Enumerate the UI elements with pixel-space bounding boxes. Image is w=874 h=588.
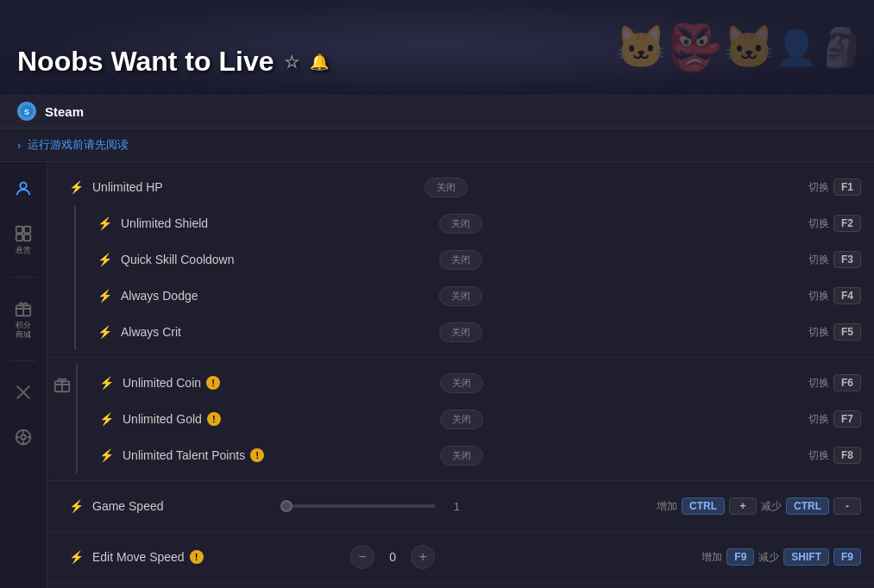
toggle-btn-quick-skill[interactable]: 关闭 — [439, 250, 482, 270]
move-speed-decrease-btn[interactable]: − — [350, 545, 374, 569]
bolt-icon-skill: ⚡ — [97, 253, 112, 266]
hotkey-shield: 切换 F2 — [808, 215, 861, 232]
hotkey-skill: 切换 F3 — [808, 251, 861, 268]
key-ctrl-plus[interactable]: CTRL — [682, 497, 725, 515]
key-badge-skill[interactable]: F3 — [833, 251, 861, 268]
notice-text: 运行游戏前请先阅读 — [28, 137, 129, 153]
svg-point-2 — [20, 183, 26, 189]
sidebar-item-plugin[interactable] — [4, 423, 43, 451]
key-badge-dodge[interactable]: F4 — [833, 287, 861, 304]
hotkey-dodge: 切换 F4 — [808, 287, 861, 304]
bolt-icon-shield: ⚡ — [97, 216, 112, 230]
decrease-label: 减少 — [761, 499, 782, 514]
favorite-icon[interactable]: ☆ — [284, 52, 299, 72]
toggle-btn-unlimited-talent[interactable]: 关闭 — [440, 446, 483, 466]
bolt-icon-talent: ⚡ — [99, 448, 114, 462]
notice-arrow-icon: › — [17, 139, 21, 152]
move-speed-stepper: − 0 + — [350, 545, 435, 569]
steam-icon: S — [17, 102, 36, 121]
toggle-btn-unlimited-hp[interactable]: 关闭 — [424, 178, 468, 197]
settings-icon — [14, 224, 33, 243]
svg-rect-3 — [16, 227, 22, 233]
key-f9-increase[interactable]: F9 — [726, 548, 754, 566]
hotkey-move-speed: 增加 F9 减少 SHIFT F9 — [701, 548, 861, 566]
close-icon — [14, 383, 33, 402]
hotkey-talent: 切换 F8 — [808, 447, 861, 464]
sidebar-item-gift[interactable]: 积分商城 — [4, 295, 43, 344]
cheat-row-edit-move-speed: ⚡ Edit Move Speed ! − 0 + 增加 F9 减少 — [47, 539, 874, 575]
toggle-btn-always-crit[interactable]: 关闭 — [439, 322, 482, 342]
bolt-icon-coin: ⚡ — [99, 376, 114, 390]
increase-label: 增加 — [657, 499, 677, 514]
key-minus[interactable]: - — [833, 497, 861, 515]
cheat-row-unlimited-talent: ⚡ Unlimited Talent Points ! 关闭 切换 F8 — [78, 437, 874, 473]
cheat-name-unlimited-hp: Unlimited HP — [92, 180, 416, 194]
toggle-btn-unlimited-coin[interactable]: 关闭 — [440, 373, 483, 393]
user-icon — [14, 179, 33, 198]
key-badge-gold[interactable]: F7 — [833, 410, 861, 428]
cheat-row-unlimited-gold: ⚡ Unlimited Gold ! 关闭 切换 F7 — [78, 401, 874, 437]
cheat-name-unlimited-talent: Unlimited Talent Points ! — [123, 448, 431, 462]
section-edit-move-speed: ⚡ Edit Move Speed ! − 0 + 增加 F9 减少 — [47, 532, 874, 583]
key-badge-hp[interactable]: F1 — [833, 178, 861, 196]
sidebar-label-gift: 积分商城 — [16, 321, 31, 340]
sidebar-divider — [10, 277, 36, 278]
toggle-btn-unlimited-shield[interactable]: 关闭 — [439, 214, 482, 234]
bolt-icon-move: ⚡ — [69, 550, 84, 564]
economy-section-icon — [53, 375, 72, 394]
cheat-name-edit-move-speed: Edit Move Speed ! — [92, 550, 342, 564]
sidebar-item-settings[interactable]: 悬赏 — [4, 220, 43, 260]
sidebar-item-user[interactable] — [4, 175, 43, 203]
hotkey-label-coin: 切换 — [808, 376, 829, 391]
key-plus[interactable]: + — [729, 497, 757, 515]
game-speed-slider-container: 1 — [280, 500, 460, 513]
sidebar-divider-2 — [10, 360, 36, 361]
cheat-row-always-dodge: ⚡ Always Dodge 关闭 切换 F4 — [76, 278, 874, 314]
hotkey-hp: 切换 F1 — [808, 178, 861, 196]
key-badge-coin[interactable]: F6 — [833, 374, 861, 391]
cheat-row-unlimited-hp: ⚡ Unlimited HP 关闭 切换 F1 — [47, 169, 874, 205]
cheat-row-unlimited-shield: ⚡ Unlimited Shield 关闭 切换 F2 — [76, 205, 874, 241]
key-badge-shield[interactable]: F2 — [833, 215, 861, 232]
info-badge-move: ! — [190, 550, 204, 564]
notification-icon[interactable]: 🔔 — [310, 53, 329, 72]
platform-bar: S Steam — [0, 95, 874, 128]
hotkey-label-gold: 切换 — [808, 412, 829, 427]
svg-rect-4 — [24, 227, 30, 233]
hotkey-label-dodge: 切换 — [808, 289, 829, 303]
game-speed-thumb[interactable] — [280, 500, 292, 512]
bolt-icon-gold: ⚡ — [99, 412, 114, 426]
toggle-btn-unlimited-gold[interactable]: 关闭 — [440, 410, 483, 429]
sidebar-item-close[interactable] — [4, 378, 43, 406]
cheat-name-unlimited-gold: Unlimited Gold ! — [123, 412, 431, 426]
key-f9-decrease[interactable]: F9 — [833, 548, 861, 566]
cheat-name-unlimited-shield: Unlimited Shield — [121, 216, 431, 230]
notice-bar[interactable]: › 运行游戏前请先阅读 — [0, 128, 874, 162]
key-badge-crit[interactable]: F5 — [833, 323, 861, 341]
cheat-row-quick-skill: ⚡ Quick Skill Cooldown 关闭 切换 F3 — [76, 241, 874, 278]
cheat-name-game-speed: Game Speed — [92, 499, 272, 513]
bolt-icon-crit: ⚡ — [97, 325, 112, 339]
header-art: 🐱 👺 🐱 👤 🗿 — [356, 0, 874, 95]
cheat-name-unlimited-coin: Unlimited Coin ! — [123, 376, 431, 390]
svg-rect-5 — [16, 235, 22, 241]
key-shift-decrease[interactable]: SHIFT — [783, 548, 829, 566]
section-game-speed: ⚡ Game Speed 1 增加 CTRL + 减少 CTRL — [47, 481, 874, 532]
hotkey-speed-increase: 增加 CTRL + 减少 CTRL - — [657, 497, 861, 515]
cheat-row-always-crit: ⚡ Always Crit 关闭 切换 F5 — [76, 314, 874, 350]
platform-name: Steam — [45, 104, 84, 119]
key-ctrl-minus[interactable]: CTRL — [786, 497, 829, 515]
move-speed-increase-btn[interactable]: + — [411, 545, 435, 569]
move-speed-value: 0 — [380, 550, 406, 564]
cheat-row-game-speed: ⚡ Game Speed 1 增加 CTRL + 减少 CTRL — [47, 488, 874, 524]
key-badge-talent[interactable]: F8 — [833, 447, 861, 464]
bolt-icon-speed: ⚡ — [69, 499, 84, 513]
app-container: 🐱 👺 🐱 👤 🗿 Noobs Want to Live ☆ 🔔 S Steam… — [0, 0, 874, 588]
info-badge-talent: ! — [250, 448, 264, 462]
content-area: ⚡ Unlimited HP 关闭 切换 F1 ⚡ — [47, 162, 874, 588]
hotkey-coin: 切换 F6 — [808, 374, 861, 391]
main-layout: 悬赏 积分商城 — [0, 162, 874, 588]
bolt-icon-dodge: ⚡ — [97, 289, 112, 303]
toggle-btn-always-dodge[interactable]: 关闭 — [439, 286, 482, 306]
info-badge-coin: ! — [206, 376, 220, 390]
